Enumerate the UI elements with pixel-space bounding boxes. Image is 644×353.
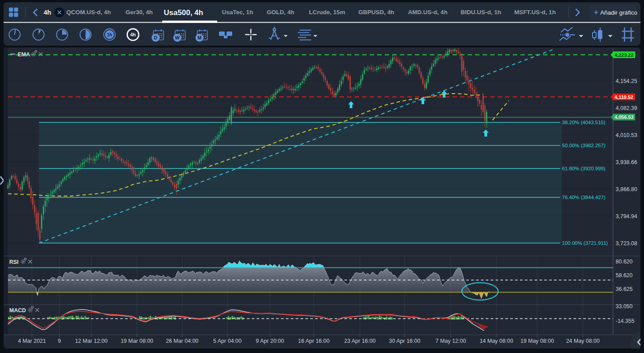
svg-text:23 Apr 16:00: 23 Apr 16:00 bbox=[344, 338, 376, 344]
svg-text:19 May 08:00: 19 May 08:00 bbox=[520, 338, 554, 344]
svg-text:100.00% (3721.911): 100.00% (3721.911) bbox=[562, 240, 608, 246]
svg-text:76.40% (3844.427): 76.40% (3844.427) bbox=[562, 195, 605, 200]
svg-text:61.80% (3920.999): 61.80% (3920.999) bbox=[562, 166, 605, 171]
svg-text:1h: 1h bbox=[107, 32, 112, 37]
svg-text:30 Apr 16:00: 30 Apr 16:00 bbox=[389, 338, 421, 344]
svg-text:3,794.94: 3,794.94 bbox=[616, 213, 637, 220]
svg-text:MSFT.US-d, 1h: MSFT.US-d, 1h bbox=[514, 9, 556, 16]
svg-text:33.050: 33.050 bbox=[616, 303, 632, 310]
svg-text:QCOM.US-d, 4h: QCOM.US-d, 4h bbox=[66, 9, 111, 16]
svg-text:9 Apr 20:00: 9 Apr 20:00 bbox=[256, 338, 284, 344]
svg-text:4,056.53: 4,056.53 bbox=[615, 114, 634, 120]
svg-text:MACD: MACD bbox=[9, 307, 26, 314]
svg-text:14 May 08:00: 14 May 08:00 bbox=[480, 338, 513, 344]
svg-text:58.620: 58.620 bbox=[616, 272, 632, 278]
svg-text:-14.355: -14.355 bbox=[616, 318, 634, 324]
svg-text:Usa500, 4h: Usa500, 4h bbox=[164, 8, 203, 17]
svg-text:+: + bbox=[594, 8, 598, 16]
svg-text:AMD.US-d, 4h: AMD.US-d, 4h bbox=[408, 9, 447, 16]
svg-text:4,082.39: 4,082.39 bbox=[616, 105, 637, 111]
svg-text:4,154.25: 4,154.25 bbox=[616, 78, 637, 84]
svg-text:19 Mar 08:00: 19 Mar 08:00 bbox=[121, 338, 153, 344]
svg-text:3,723.08: 3,723.08 bbox=[616, 240, 637, 247]
svg-text:4,223.22: 4,223.22 bbox=[615, 52, 634, 58]
svg-text:Ger30, 4h: Ger30, 4h bbox=[125, 9, 153, 16]
svg-text:4 Mar 2021: 4 Mar 2021 bbox=[18, 338, 46, 344]
svg-text:80.620: 80.620 bbox=[616, 259, 632, 265]
svg-text:5 Apr 04:00: 5 Apr 04:00 bbox=[213, 338, 242, 344]
svg-text:LCrude, 15m: LCrude, 15m bbox=[309, 9, 345, 16]
svg-text:4,010.53: 4,010.53 bbox=[616, 132, 637, 138]
svg-text:4,110.52: 4,110.52 bbox=[615, 94, 633, 100]
svg-text:EMA: EMA bbox=[18, 51, 30, 58]
svg-text:7 May 12:00: 7 May 12:00 bbox=[436, 338, 466, 344]
svg-text:50.00% (3982.257): 50.00% (3982.257) bbox=[562, 143, 605, 148]
svg-text:BIDU.US-d, 1h: BIDU.US-d, 1h bbox=[461, 9, 501, 16]
svg-text:4h: 4h bbox=[44, 9, 51, 16]
svg-text:24 May 08:00: 24 May 08:00 bbox=[566, 338, 600, 344]
svg-text:D: D bbox=[154, 35, 157, 40]
svg-text:4h: 4h bbox=[130, 32, 136, 37]
svg-text:26 Mar 04:00: 26 Mar 04:00 bbox=[166, 338, 199, 344]
svg-text:Añadir gráfico: Añadir gráfico bbox=[600, 9, 637, 16]
svg-text:16 Apr 16:00: 16 Apr 16:00 bbox=[298, 338, 330, 344]
svg-text:UsaTec, 1h: UsaTec, 1h bbox=[222, 9, 253, 16]
svg-text:GOLD, 4h: GOLD, 4h bbox=[267, 9, 294, 16]
svg-text:9: 9 bbox=[58, 338, 61, 344]
svg-text:36.625: 36.625 bbox=[616, 286, 632, 292]
svg-text:38.20% (4043.515): 38.20% (4043.515) bbox=[562, 120, 605, 125]
svg-text:W: W bbox=[175, 35, 180, 40]
svg-text:RSI: RSI bbox=[9, 259, 19, 265]
svg-text:3,938.66: 3,938.66 bbox=[616, 159, 637, 165]
svg-text:GBPUSD, 4h: GBPUSD, 4h bbox=[358, 9, 394, 16]
svg-text:12 Mar 12:00: 12 Mar 12:00 bbox=[75, 338, 108, 344]
svg-text:3,866.80: 3,866.80 bbox=[616, 186, 637, 192]
svg-text:M: M bbox=[197, 35, 201, 40]
